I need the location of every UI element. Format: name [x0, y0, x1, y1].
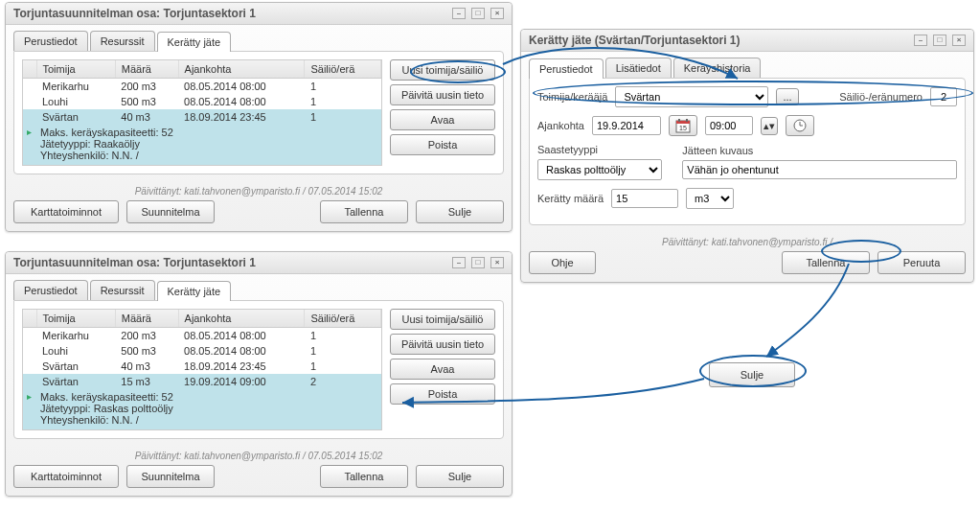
table-row[interactable]: Svärtan40 m318.09.2014 23:451 [23, 359, 381, 374]
clock-icon[interactable] [786, 115, 814, 136]
save-button[interactable]: Tallenna [320, 200, 408, 223]
close-icon[interactable]: × [490, 8, 504, 19]
unit-select[interactable]: m3 [686, 188, 734, 209]
pollution-type-label: Saastetyyppi [537, 144, 598, 155]
close-icon[interactable]: × [490, 257, 504, 268]
col-ajankohta[interactable]: Ajankohta [178, 60, 305, 79]
delete-button[interactable]: Poista [390, 383, 495, 405]
detail-contact: Yhteyshenkilö: N.N. / [40, 150, 376, 161]
calendar-icon[interactable]: 15 [669, 115, 697, 136]
refresh-button[interactable]: Päivitä uusin tieto [390, 334, 495, 355]
collector-label: Toimija/kerääjä [537, 91, 607, 103]
detail-wastetype: Jätetyyppi: Raskas polttoöljy [40, 403, 376, 414]
time-input[interactable] [705, 116, 753, 135]
tab-perustiedot[interactable]: Perustiedot [13, 280, 88, 300]
last-updated: Päivittänyt: kati.tahvonen@ymparisto.fi … [521, 233, 973, 251]
maximize-icon[interactable]: □ [933, 35, 946, 46]
window-waste-entry: Kerätty jäte (Svärtan/Torjuntasektori 1)… [520, 29, 974, 283]
titlebar[interactable]: Torjuntasuunnitelman osa: Torjuntasektor… [6, 3, 512, 25]
table-row[interactable]: Merikarhu200 m308.05.2014 08:001 [23, 328, 381, 344]
col-ajankohta[interactable]: Ajankohta [178, 310, 305, 328]
tab-lisatiedot[interactable]: Lisätiedot [605, 58, 672, 78]
window-title: Torjuntasuunnitelman osa: Torjuntasektor… [13, 256, 256, 269]
close-button[interactable]: Sulje [416, 200, 504, 223]
save-button[interactable]: Tallenna [782, 251, 870, 274]
table-row[interactable]: Louhi500 m308.05.2014 08:001 [23, 94, 381, 109]
collector-more-button[interactable]: ... [776, 88, 798, 105]
col-toimija[interactable]: Toimija [36, 310, 115, 328]
col-maara[interactable]: Määrä [115, 310, 178, 328]
map-functions-button[interactable]: Karttatoiminnot [13, 465, 119, 488]
maximize-icon[interactable]: □ [471, 8, 485, 19]
row-detail: Maks. keräyskapasiteetti: 52 Jätetyyppi:… [23, 389, 381, 429]
description-label: Jätteen kuvaus [682, 145, 753, 156]
tab-perustiedot[interactable]: Perustiedot [529, 58, 604, 79]
last-updated: Päivittänyt: kati.tahvonen@ymparisto.fi … [6, 182, 512, 200]
tank-number-input[interactable] [930, 87, 957, 106]
collector-select[interactable]: Svärtan [615, 86, 768, 107]
detail-wastetype: Jätetyyppi: Raakaöljy [40, 138, 376, 150]
save-button[interactable]: Tallenna [320, 465, 408, 488]
detail-capacity: Maks. keräyskapasiteetti: 52 [40, 391, 376, 403]
plan-button[interactable]: Suunnitelma [126, 465, 215, 488]
tab-keratty-jate[interactable]: Kerätty jäte [157, 32, 232, 52]
tab-perustiedot[interactable]: Perustiedot [13, 31, 88, 51]
cancel-button[interactable]: Peruuta [877, 251, 966, 274]
detail-capacity: Maks. keräyskapasiteetti: 52 [40, 127, 376, 138]
close-button[interactable]: Sulje [709, 362, 795, 387]
row-detail: Maks. keräyskapasiteetti: 52 Jätetyyppi:… [23, 125, 381, 165]
new-collector-button[interactable]: Uusi toimija/säiliö [390, 59, 495, 81]
time-spinner[interactable]: ▴▾ [761, 117, 778, 135]
detail-contact: Yhteyshenkilö: N.N. / [40, 414, 376, 426]
delete-button[interactable]: Poista [390, 134, 495, 155]
table-row[interactable]: Merikarhu200 m308.05.2014 08:001 [23, 79, 381, 95]
svg-rect-3 [686, 119, 688, 122]
titlebar[interactable]: Kerätty jäte (Svärtan/Torjuntasektori 1)… [521, 30, 973, 52]
tab-kerayshistoria[interactable]: Keräyshistoria [673, 58, 762, 78]
tab-keratty-jate[interactable]: Kerätty jäte [157, 281, 232, 301]
window-sector-plan-1: Torjuntasuunnitelman osa: Torjuntasektor… [5, 2, 513, 232]
plan-button[interactable]: Suunnitelma [126, 200, 215, 223]
open-button[interactable]: Avaa [390, 109, 495, 130]
minimize-icon[interactable]: – [452, 8, 466, 19]
tab-resurssit[interactable]: Resurssit [90, 280, 155, 300]
floating-close-panel: Sulje [709, 362, 795, 387]
time-label: Ajankohta [537, 120, 584, 131]
titlebar[interactable]: Torjuntasuunnitelman osa: Torjuntasektor… [6, 252, 512, 274]
table-row[interactable]: Svärtan40 m318.09.2014 23:451 [23, 109, 381, 125]
description-input[interactable] [682, 160, 957, 179]
svg-rect-2 [678, 119, 680, 122]
pollution-type-select[interactable]: Raskas polttoöljy [537, 159, 662, 180]
waste-table[interactable]: Toimija Määrä Ajankohta Säiliö/erä Merik… [22, 59, 382, 166]
map-functions-button[interactable]: Karttatoiminnot [13, 200, 119, 223]
svg-text:15: 15 [679, 125, 687, 131]
help-button[interactable]: Ohje [529, 251, 596, 274]
col-maara[interactable]: Määrä [115, 60, 178, 79]
new-collector-button[interactable]: Uusi toimija/säiliö [390, 309, 495, 330]
waste-table[interactable]: Toimija Määrä Ajankohta Säiliö/erä Merik… [22, 309, 382, 430]
tab-resurssit[interactable]: Resurssit [90, 31, 155, 51]
tank-number-label: Säiliö-/eränumero [839, 91, 923, 103]
table-row[interactable]: Svärtan15 m319.09.2014 09:002 [23, 374, 381, 389]
minimize-icon[interactable]: – [914, 35, 927, 46]
last-updated: Päivittänyt: kati.tahvonen@ymparisto.fi … [6, 447, 512, 465]
maximize-icon[interactable]: □ [471, 257, 485, 268]
refresh-button[interactable]: Päivitä uusin tieto [390, 84, 495, 105]
col-sailio[interactable]: Säiliö/erä [305, 310, 381, 328]
window-title: Torjuntasuunnitelman osa: Torjuntasektor… [13, 7, 256, 20]
window-title: Kerätty jäte (Svärtan/Torjuntasektori 1) [529, 34, 741, 47]
close-button[interactable]: Sulje [416, 465, 504, 488]
col-toimija[interactable]: Toimija [36, 60, 115, 79]
window-sector-plan-2: Torjuntasuunnitelman osa: Torjuntasektor… [5, 251, 513, 497]
col-sailio[interactable]: Säiliö/erä [305, 60, 381, 79]
table-row[interactable]: Louhi500 m308.05.2014 08:001 [23, 343, 381, 359]
amount-input[interactable] [611, 189, 678, 208]
close-icon[interactable]: × [952, 35, 966, 46]
date-input[interactable] [592, 116, 661, 135]
amount-label: Kerätty määrä [537, 193, 604, 204]
minimize-icon[interactable]: – [452, 257, 466, 268]
open-button[interactable]: Avaa [390, 359, 495, 380]
